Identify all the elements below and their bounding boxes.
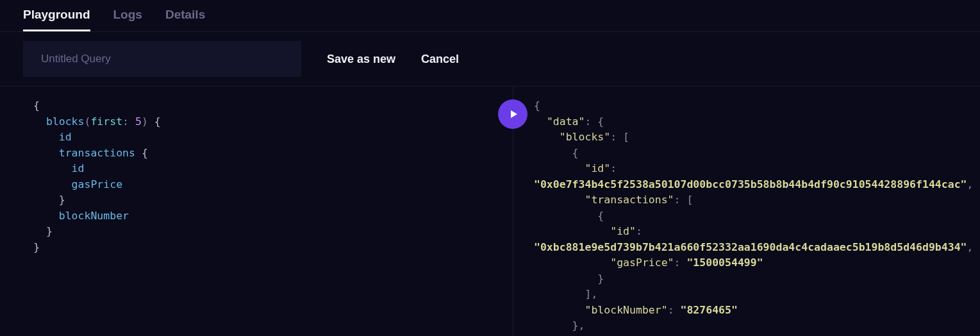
cancel-button[interactable]: Cancel: [421, 53, 459, 66]
query-field-tx-id: id: [72, 162, 85, 174]
result-key-gasprice: "gasPrice": [610, 256, 674, 269]
tab-details[interactable]: Details: [165, 8, 205, 31]
result-value-tx-id: "0xbc881e9e5d739b7b421a660f52332aa1690da…: [534, 241, 967, 253]
result-key-blocknumber: "blockNumber": [585, 304, 667, 316]
tab-bar: Playground Logs Details: [0, 0, 980, 32]
query-arg-value: 5: [135, 115, 142, 128]
query-name-input[interactable]: [23, 41, 301, 77]
result-value-gasprice: "1500054499": [686, 256, 763, 269]
editor-area: { blocks(first: 5) { id transactions { i…: [0, 87, 980, 336]
play-icon: [509, 109, 519, 119]
result-key-data: "data": [547, 115, 585, 128]
result-key-id: "id": [585, 162, 610, 174]
query-root-field: blocks: [46, 115, 85, 128]
result-value-blocknumber: "8276465": [681, 304, 738, 316]
query-field-blocknumber: blockNumber: [59, 210, 129, 222]
run-query-button[interactable]: [498, 99, 527, 129]
result-value-id: "0x0e7f34b4c5f2538a50107d00bcc0735b58b8b…: [534, 178, 967, 190]
query-editor[interactable]: { blocks(first: 5) { id transactions { i…: [0, 87, 513, 336]
query-field-transactions: transactions: [59, 147, 135, 159]
toolbar: Save as new Cancel: [0, 32, 980, 87]
query-field-gasprice: gasPrice: [72, 178, 122, 190]
tab-logs[interactable]: Logs: [113, 8, 142, 31]
result-key-blocks: "blocks": [560, 131, 610, 143]
query-field-id: id: [59, 131, 72, 143]
save-button[interactable]: Save as new: [327, 53, 395, 66]
result-key-tx-id: "id": [610, 225, 636, 237]
tab-playground[interactable]: Playground: [23, 8, 90, 31]
query-arg-name: first: [90, 115, 122, 128]
result-viewer[interactable]: { "data": { "blocks": [ { "id": "0x0e7f3…: [513, 87, 980, 336]
result-key-transactions: "transactions": [585, 194, 674, 206]
